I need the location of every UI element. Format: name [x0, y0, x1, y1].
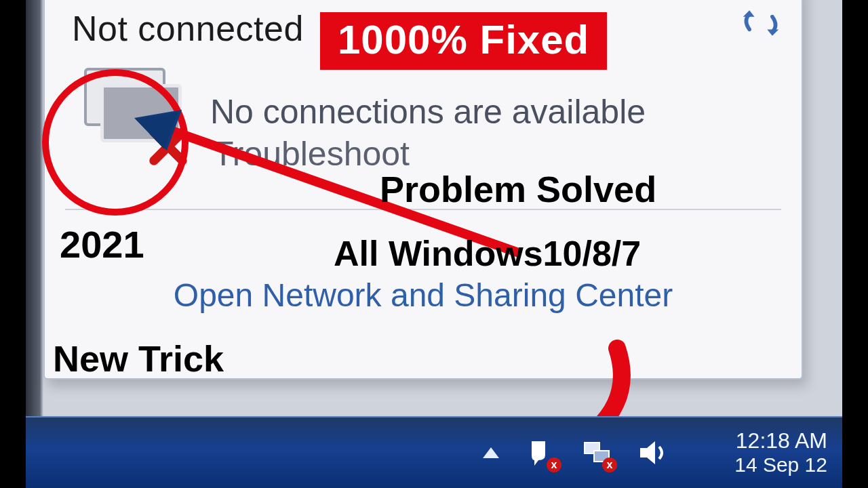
annotation-year: 2021 [60, 222, 144, 266]
annotation-windows: All Windows10/8/7 [334, 233, 641, 274]
annotation-solved: Problem Solved [380, 168, 656, 210]
volume-icon[interactable] [636, 436, 670, 470]
action-center-icon[interactable]: x [525, 436, 559, 470]
svg-marker-8 [483, 447, 499, 458]
network-tray-badge: x [602, 458, 617, 472]
network-status-text: No connections are available [210, 92, 646, 131]
annotation-fixed: 1000% Fixed [320, 12, 607, 70]
network-flyout-title: Not connected [72, 8, 304, 49]
taskbar: x x 12:18 AM 14 Sep 12 [26, 416, 842, 488]
clock-time: 12:18 AM [692, 428, 827, 453]
action-center-badge: x [547, 458, 561, 472]
svg-marker-11 [640, 441, 655, 464]
network-tray-icon[interactable]: x [580, 436, 614, 470]
taskbar-clock[interactable]: 12:18 AM 14 Sep 12 [692, 428, 827, 476]
stage: Not connected No connections [0, 0, 868, 488]
system-tray: x x 12:18 AM 14 Sep 12 [479, 428, 842, 476]
network-disconnected-icon [72, 61, 194, 163]
svg-marker-0 [743, 10, 755, 16]
svg-marker-1 [767, 29, 778, 35]
show-hidden-icons-icon[interactable] [479, 441, 503, 465]
left-edge-strip [26, 0, 43, 488]
annotation-trick: New Trick [53, 338, 224, 380]
open-network-center-link[interactable]: Open Network and Sharing Center [45, 277, 802, 314]
clock-date: 14 Sep 12 [692, 453, 827, 477]
refresh-icon[interactable] [741, 7, 781, 39]
x-icon [148, 126, 189, 167]
